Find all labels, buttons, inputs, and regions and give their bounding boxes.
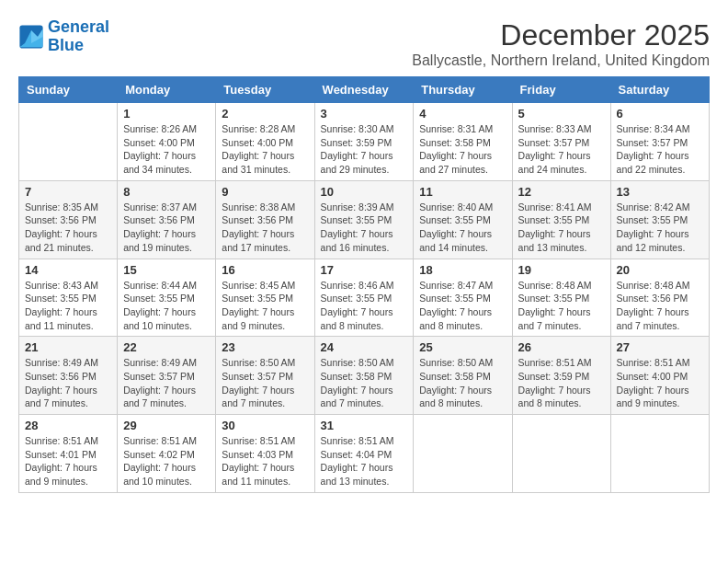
day-number: 17	[321, 263, 408, 277]
cell-w3-d4: 17 Sunrise: 8:46 AMSunset: 3:55 PMDaylig…	[314, 259, 414, 337]
cell-w2-d6: 12 Sunrise: 8:41 AMSunset: 3:55 PMDaylig…	[512, 180, 610, 259]
cell-w1-d5: 4 Sunrise: 8:31 AMSunset: 3:58 PMDayligh…	[414, 103, 512, 181]
header-row: Sunday Monday Tuesday Wednesday Thursday…	[19, 77, 710, 103]
day-number: 6	[617, 107, 703, 121]
day-number: 30	[222, 419, 308, 432]
day-number: 18	[419, 263, 506, 277]
col-sunday: Sunday	[19, 77, 118, 103]
day-info: Sunrise: 8:30 AMSunset: 3:59 PMDaylight:…	[321, 122, 408, 177]
cell-w1-d7: 6 Sunrise: 8:34 AMSunset: 3:57 PMDayligh…	[610, 103, 709, 181]
day-info: Sunrise: 8:48 AMSunset: 3:55 PMDaylight:…	[518, 279, 605, 333]
logo-line1: General	[48, 17, 109, 36]
day-number: 27	[617, 340, 703, 354]
day-number: 20	[617, 263, 703, 277]
cell-w1-d6: 5 Sunrise: 8:33 AMSunset: 3:57 PMDayligh…	[512, 103, 610, 181]
day-info: Sunrise: 8:50 AMSunset: 3:58 PMDaylight:…	[419, 356, 506, 410]
logo: General Blue	[18, 18, 109, 55]
logo-line2: Blue	[48, 36, 84, 54]
day-number: 12	[518, 185, 605, 199]
day-number: 28	[25, 419, 111, 432]
week-row-2: 7 Sunrise: 8:35 AMSunset: 3:56 PMDayligh…	[19, 180, 710, 259]
title-section: December 2025 Ballycastle, Northern Irel…	[412, 18, 710, 69]
col-wednesday: Wednesday	[314, 77, 414, 103]
day-number: 15	[123, 263, 210, 277]
cell-w5-d4: 31 Sunrise: 8:51 AMSunset: 4:04 PMDaylig…	[314, 415, 414, 493]
cell-w4-d1: 21 Sunrise: 8:49 AMSunset: 3:56 PMDaylig…	[19, 337, 118, 415]
day-info: Sunrise: 8:48 AMSunset: 3:56 PMDaylight:…	[617, 279, 703, 333]
cell-w4-d2: 22 Sunrise: 8:49 AMSunset: 3:57 PMDaylig…	[118, 337, 216, 415]
cell-w1-d2: 1 Sunrise: 8:26 AMSunset: 4:00 PMDayligh…	[118, 103, 216, 181]
day-info: Sunrise: 8:28 AMSunset: 4:00 PMDaylight:…	[222, 122, 308, 177]
day-info: Sunrise: 8:45 AMSunset: 3:55 PMDaylight:…	[222, 279, 308, 333]
day-number: 9	[222, 185, 308, 199]
week-row-3: 14 Sunrise: 8:43 AMSunset: 3:55 PMDaylig…	[19, 259, 710, 337]
day-info: Sunrise: 8:37 AMSunset: 3:56 PMDaylight:…	[123, 201, 210, 255]
day-info: Sunrise: 8:33 AMSunset: 3:57 PMDaylight:…	[518, 122, 605, 177]
col-thursday: Thursday	[414, 77, 512, 103]
page-container: General Blue December 2025 Ballycastle, …	[18, 18, 710, 493]
day-number: 2	[222, 107, 308, 121]
day-number: 13	[617, 185, 703, 199]
cell-w4-d5: 25 Sunrise: 8:50 AMSunset: 3:58 PMDaylig…	[414, 337, 512, 415]
day-info: Sunrise: 8:49 AMSunset: 3:57 PMDaylight:…	[123, 356, 210, 410]
day-number: 19	[518, 263, 605, 277]
cell-w4-d3: 23 Sunrise: 8:50 AMSunset: 3:57 PMDaylig…	[216, 337, 314, 415]
logo-text: General Blue	[48, 18, 109, 55]
day-info: Sunrise: 8:38 AMSunset: 3:56 PMDaylight:…	[222, 201, 308, 255]
day-number: 4	[419, 107, 506, 121]
day-info: Sunrise: 8:50 AMSunset: 3:57 PMDaylight:…	[222, 356, 308, 410]
day-number: 5	[518, 107, 605, 121]
day-info: Sunrise: 8:43 AMSunset: 3:55 PMDaylight:…	[25, 279, 111, 333]
cell-w5-d6	[512, 415, 610, 493]
col-tuesday: Tuesday	[216, 77, 314, 103]
day-info: Sunrise: 8:51 AMSunset: 4:02 PMDaylight:…	[123, 434, 210, 488]
col-monday: Monday	[118, 77, 216, 103]
day-info: Sunrise: 8:51 AMSunset: 4:01 PMDaylight:…	[25, 434, 111, 488]
day-number: 7	[25, 185, 111, 199]
day-number: 16	[222, 263, 308, 277]
cell-w2-d1: 7 Sunrise: 8:35 AMSunset: 3:56 PMDayligh…	[19, 180, 118, 259]
day-info: Sunrise: 8:50 AMSunset: 3:58 PMDaylight:…	[321, 356, 408, 410]
day-info: Sunrise: 8:41 AMSunset: 3:55 PMDaylight:…	[518, 201, 605, 255]
day-number: 3	[321, 107, 408, 121]
cell-w5-d1: 28 Sunrise: 8:51 AMSunset: 4:01 PMDaylig…	[19, 415, 118, 493]
day-info: Sunrise: 8:40 AMSunset: 3:55 PMDaylight:…	[419, 201, 506, 255]
day-info: Sunrise: 8:51 AMSunset: 3:59 PMDaylight:…	[518, 356, 605, 410]
day-number: 26	[518, 340, 605, 354]
cell-w5-d5	[414, 415, 512, 493]
cell-w4-d7: 27 Sunrise: 8:51 AMSunset: 4:00 PMDaylig…	[610, 337, 709, 415]
cell-w1-d1	[19, 103, 118, 181]
cell-w4-d4: 24 Sunrise: 8:50 AMSunset: 3:58 PMDaylig…	[314, 337, 414, 415]
day-number: 25	[419, 340, 506, 354]
day-info: Sunrise: 8:26 AMSunset: 4:00 PMDaylight:…	[123, 122, 210, 177]
cell-w3-d6: 19 Sunrise: 8:48 AMSunset: 3:55 PMDaylig…	[512, 259, 610, 337]
day-info: Sunrise: 8:51 AMSunset: 4:04 PMDaylight:…	[321, 434, 408, 488]
week-row-5: 28 Sunrise: 8:51 AMSunset: 4:01 PMDaylig…	[19, 415, 710, 493]
cell-w2-d4: 10 Sunrise: 8:39 AMSunset: 3:55 PMDaylig…	[314, 180, 414, 259]
day-info: Sunrise: 8:49 AMSunset: 3:56 PMDaylight:…	[25, 356, 111, 410]
day-number: 23	[222, 340, 308, 354]
location-title: Ballycastle, Northern Ireland, United Ki…	[412, 52, 710, 69]
day-number: 11	[419, 185, 506, 199]
cell-w3-d5: 18 Sunrise: 8:47 AMSunset: 3:55 PMDaylig…	[414, 259, 512, 337]
day-number: 10	[321, 185, 408, 199]
cell-w3-d1: 14 Sunrise: 8:43 AMSunset: 3:55 PMDaylig…	[19, 259, 118, 337]
day-number: 22	[123, 340, 210, 354]
day-number: 24	[321, 340, 408, 354]
col-friday: Friday	[512, 77, 610, 103]
day-info: Sunrise: 8:51 AMSunset: 4:03 PMDaylight:…	[222, 434, 308, 488]
cell-w5-d3: 30 Sunrise: 8:51 AMSunset: 4:03 PMDaylig…	[216, 415, 314, 493]
cell-w4-d6: 26 Sunrise: 8:51 AMSunset: 3:59 PMDaylig…	[512, 337, 610, 415]
day-info: Sunrise: 8:39 AMSunset: 3:55 PMDaylight:…	[321, 201, 408, 255]
day-info: Sunrise: 8:31 AMSunset: 3:58 PMDaylight:…	[419, 122, 506, 177]
day-info: Sunrise: 8:46 AMSunset: 3:55 PMDaylight:…	[321, 279, 408, 333]
day-info: Sunrise: 8:47 AMSunset: 3:55 PMDaylight:…	[419, 279, 506, 333]
month-title: December 2025	[412, 18, 710, 52]
day-number: 29	[123, 419, 210, 432]
day-info: Sunrise: 8:34 AMSunset: 3:57 PMDaylight:…	[617, 122, 703, 177]
cell-w5-d7	[610, 415, 709, 493]
day-number: 14	[25, 263, 111, 277]
cell-w3-d3: 16 Sunrise: 8:45 AMSunset: 3:55 PMDaylig…	[216, 259, 314, 337]
cell-w2-d3: 9 Sunrise: 8:38 AMSunset: 3:56 PMDayligh…	[216, 180, 314, 259]
day-info: Sunrise: 8:44 AMSunset: 3:55 PMDaylight:…	[123, 279, 210, 333]
